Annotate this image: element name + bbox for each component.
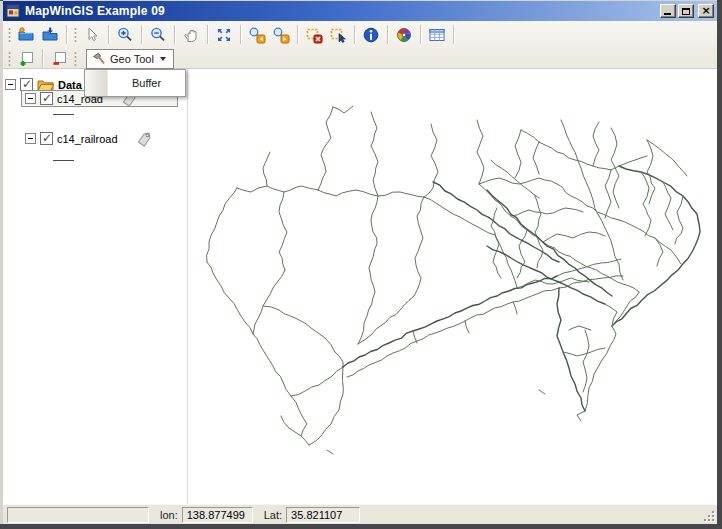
- toolbar-separator: [174, 25, 175, 44]
- toolbar-separator: [453, 25, 454, 44]
- toolbar-separator: [42, 49, 43, 68]
- layer-label[interactable]: c14_railroad: [57, 133, 118, 145]
- close-button[interactable]: ×: [698, 4, 714, 18]
- minimize-icon: [664, 13, 671, 15]
- lat-value-box: 35.821107: [286, 507, 360, 523]
- zoom-in-icon: [116, 26, 134, 44]
- map-canvas[interactable]: [188, 69, 717, 504]
- toolbar-separator: [240, 25, 241, 44]
- toolbar-grip[interactable]: [8, 51, 11, 66]
- toolbar: Geo Tool: [3, 21, 717, 69]
- open-project-icon: [17, 26, 35, 44]
- open-project-button[interactable]: [14, 23, 38, 46]
- toolbar-separator: [141, 25, 142, 44]
- check-icon: ✓: [22, 77, 32, 91]
- window-title: MapWinGIS Example 09: [25, 4, 655, 18]
- add-layer-icon: [17, 50, 35, 68]
- zoom-previous-icon: [248, 26, 266, 44]
- clear-selection-icon: [305, 26, 323, 44]
- tag-icon[interactable]: [134, 129, 153, 148]
- remove-layer-icon: [50, 50, 68, 68]
- railroad-symbol-line: [53, 160, 74, 161]
- expand-toggle[interactable]: [25, 93, 36, 104]
- zoom-in-button[interactable]: [113, 23, 137, 46]
- zoom-out-button[interactable]: [146, 23, 170, 46]
- toolbar-separator: [297, 25, 298, 44]
- app-window: MapWinGIS Example 09 ×: [0, 0, 722, 529]
- toolbar-separator: [108, 25, 109, 44]
- remove-layer-button[interactable]: [47, 47, 71, 70]
- identify-button[interactable]: [359, 23, 383, 46]
- road-symbol-line: [53, 114, 74, 115]
- check-icon: ✓: [42, 131, 52, 145]
- minus-icon: [8, 84, 13, 85]
- resize-grip[interactable]: [702, 509, 715, 522]
- geo-tool-menu: Buffer: [84, 69, 186, 97]
- select-features-icon: [329, 26, 347, 44]
- lon-value-box: 138.877499: [182, 507, 253, 523]
- layer-checkbox[interactable]: ✓: [40, 92, 53, 105]
- toolbar-grip[interactable]: [74, 51, 77, 66]
- check-icon: ✓: [42, 91, 52, 105]
- clear-selection-button[interactable]: [302, 23, 326, 46]
- toolbar-separator: [387, 25, 388, 44]
- toolbar-separator: [66, 25, 67, 44]
- lat-label: Lat:: [264, 509, 282, 521]
- cursor-tool-button[interactable]: [80, 23, 104, 46]
- hammer-icon: [91, 51, 106, 66]
- zoom-next-button[interactable]: [269, 23, 293, 46]
- toolbar-separator: [207, 25, 208, 44]
- root-label[interactable]: Data: [58, 79, 82, 91]
- layer-row-railroad[interactable]: ✓ c14_railroad: [21, 130, 178, 147]
- toolbar-row-2: Geo Tool: [3, 48, 717, 69]
- add-data-folder-icon: [41, 26, 59, 44]
- geo-tool-dropdown-button[interactable]: Geo Tool: [86, 49, 174, 69]
- toolbar-row-1: [3, 21, 717, 48]
- attribute-table-icon: [428, 26, 446, 44]
- attribute-table-button[interactable]: [425, 23, 449, 46]
- minus-icon: [28, 138, 33, 139]
- window-frame: MapWinGIS Example 09 ×: [3, 1, 717, 524]
- zoom-previous-button[interactable]: [245, 23, 269, 46]
- zoom-next-icon: [272, 26, 290, 44]
- statusbar: lon: 138.877499 Lat: 35.821107: [3, 504, 717, 524]
- add-layer-button[interactable]: [14, 47, 38, 70]
- legend-panel: ✓ Data ✓ c14_road ✓ c14_r: [3, 69, 188, 504]
- toolbar-grip[interactable]: [74, 27, 77, 42]
- expand-toggle[interactable]: [5, 79, 16, 90]
- layer-checkbox[interactable]: ✓: [40, 132, 53, 145]
- zoom-full-extent-icon: [215, 26, 233, 44]
- minus-icon: [28, 98, 33, 99]
- menu-icon-gutter: [85, 70, 108, 96]
- toolbar-separator: [354, 25, 355, 44]
- symbology-palette-icon: [395, 26, 413, 44]
- add-data-button[interactable]: [38, 23, 62, 46]
- expand-toggle[interactable]: [25, 133, 36, 144]
- pan-hand-icon: [182, 26, 200, 44]
- menu-item-buffer[interactable]: Buffer: [108, 70, 185, 96]
- maximize-icon: [682, 8, 690, 15]
- pan-button[interactable]: [179, 23, 203, 46]
- select-button[interactable]: [326, 23, 350, 46]
- identify-info-icon: [362, 26, 380, 44]
- zoom-full-extent-button[interactable]: [212, 23, 236, 46]
- geo-tool-label: Geo Tool: [110, 53, 154, 65]
- lon-label: lon:: [160, 509, 178, 521]
- titlebar[interactable]: MapWinGIS Example 09 ×: [3, 1, 717, 21]
- map-svg: [188, 69, 717, 504]
- app-icon: [6, 4, 20, 18]
- maximize-button[interactable]: [678, 4, 694, 18]
- cursor-icon: [83, 26, 101, 44]
- chevron-down-icon: [160, 57, 166, 61]
- status-panel: [7, 507, 149, 523]
- minimize-button[interactable]: [660, 4, 676, 18]
- toolbar-grip[interactable]: [8, 27, 11, 42]
- toolbar-separator: [420, 25, 421, 44]
- zoom-out-icon: [149, 26, 167, 44]
- symbology-button[interactable]: [392, 23, 416, 46]
